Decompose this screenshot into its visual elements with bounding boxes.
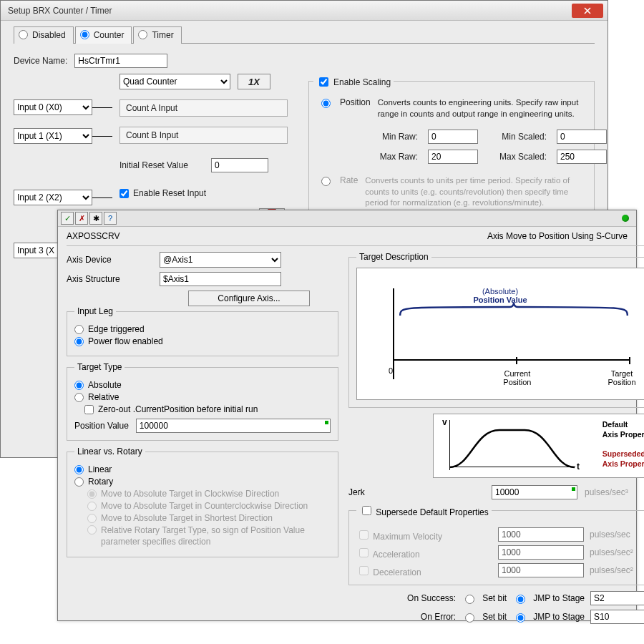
diagram-absolute-label: (Absolute) bbox=[482, 287, 518, 296]
position-value-label: Position Value bbox=[74, 421, 129, 431]
help-button[interactable]: ? bbox=[104, 212, 117, 225]
tab-timer-label: Timer bbox=[152, 30, 173, 40]
relative-radio[interactable] bbox=[74, 393, 84, 402]
s-curve-icon bbox=[449, 426, 575, 469]
tab-disabled-radio[interactable] bbox=[19, 30, 28, 39]
velplot-superseded-1: Superseded bbox=[602, 449, 644, 458]
instruction-subtitle: Axis Move to Position Using S-Curve bbox=[487, 231, 628, 241]
enable-reset-checkbox[interactable] bbox=[119, 189, 129, 198]
axis-structure-field bbox=[160, 272, 281, 286]
max-raw-label: Max Raw: bbox=[366, 152, 418, 162]
scaling-rate-label: Rate bbox=[340, 175, 358, 185]
edge-triggered-radio[interactable] bbox=[74, 325, 84, 334]
ok-button[interactable]: ✓ bbox=[61, 212, 74, 225]
error-jmp-label: JMP to Stage bbox=[533, 612, 585, 622]
rotary-cw-radio bbox=[87, 489, 97, 499]
success-jmp-label: JMP to Stage bbox=[533, 593, 585, 603]
rotary-radio[interactable] bbox=[74, 477, 84, 487]
absolute-radio[interactable] bbox=[74, 381, 84, 390]
device-name-input[interactable] bbox=[74, 54, 167, 68]
initial-reset-label: Initial Reset Value bbox=[119, 160, 204, 170]
max-raw-input[interactable] bbox=[428, 150, 478, 164]
axis-device-label: Axis Device bbox=[67, 255, 152, 265]
title-bar: Setup BRX Counter / Timer bbox=[1, 1, 608, 21]
dec-checkbox bbox=[359, 566, 369, 575]
input2-select[interactable]: Input 2 (X2) bbox=[14, 190, 92, 205]
window-title: Setup BRX Counter / Timer bbox=[8, 6, 112, 16]
tab-timer[interactable]: Timer bbox=[133, 26, 181, 44]
jerk-label: Jerk bbox=[348, 487, 484, 497]
target-description-group: Target Description (Absolute) Position V… bbox=[348, 252, 644, 408]
error-stage-input[interactable] bbox=[590, 610, 644, 624]
maxv-label: Maximum Velocity bbox=[373, 532, 442, 542]
on-success-label: On Success: bbox=[394, 593, 456, 603]
error-jmp-radio[interactable] bbox=[516, 613, 525, 623]
mode-tabs: Disabled Counter Timer bbox=[14, 26, 595, 44]
scaling-rate-radio[interactable] bbox=[321, 177, 331, 186]
max-scaled-label: Max Scaled: bbox=[488, 152, 547, 162]
input0-select[interactable]: Input 0 (X0) bbox=[14, 99, 92, 115]
rotary-label: Rotary bbox=[88, 477, 113, 487]
acc-label: Acceleration bbox=[373, 550, 420, 560]
success-jmp-radio[interactable] bbox=[516, 595, 525, 604]
edge-triggered-label: Edge triggered bbox=[88, 324, 145, 334]
tab-counter-radio[interactable] bbox=[80, 30, 89, 39]
target-description-legend: Target Description bbox=[356, 252, 431, 262]
power-flow-radio[interactable] bbox=[74, 337, 84, 346]
input-leg-legend: Input Leg bbox=[74, 306, 116, 316]
function-select[interactable]: Quad Counter bbox=[119, 74, 230, 89]
status-light-icon bbox=[622, 215, 629, 222]
close-icon bbox=[584, 7, 591, 14]
count-b-label: Count B Input bbox=[119, 127, 288, 144]
velplot-default-2: Axis Property bbox=[602, 430, 644, 439]
rotary-ccw-radio bbox=[87, 502, 97, 511]
supersede-checkbox[interactable] bbox=[362, 506, 371, 515]
close-button[interactable] bbox=[572, 4, 603, 18]
maxv-checkbox bbox=[359, 530, 369, 540]
device-name-label: Device Name: bbox=[14, 56, 67, 66]
success-setbit-radio[interactable] bbox=[465, 595, 474, 604]
min-raw-input[interactable] bbox=[428, 130, 478, 144]
multiplier-1x-button[interactable]: 1X bbox=[238, 74, 270, 89]
instruction-name: AXPOSSCRV bbox=[67, 231, 119, 241]
jerk-input[interactable] bbox=[492, 485, 577, 499]
axposscrv-dialog: ✓ ✗ ✱ ? AXPOSSCRV Axis Move to Position … bbox=[57, 210, 637, 621]
count-a-label: Count A Input bbox=[119, 99, 288, 117]
error-setbit-radio[interactable] bbox=[465, 613, 474, 623]
enable-scaling-checkbox[interactable] bbox=[319, 77, 328, 87]
velplot-t-label: t bbox=[577, 462, 580, 472]
input1-select[interactable]: Input 1 (X1) bbox=[14, 128, 92, 144]
dialog-toolbar: ✓ ✗ ✱ ? bbox=[58, 210, 636, 227]
dec-units: pulses/sec² bbox=[590, 565, 644, 575]
settings-button[interactable]: ✱ bbox=[89, 212, 102, 225]
success-setbit-label: Set bit bbox=[482, 593, 507, 603]
tab-timer-radio[interactable] bbox=[138, 30, 147, 39]
tab-disabled[interactable]: Disabled bbox=[14, 26, 74, 44]
configure-axis-button[interactable]: Configure Axis... bbox=[188, 291, 310, 306]
zero-out-checkbox[interactable] bbox=[84, 405, 94, 414]
success-stage-input[interactable] bbox=[590, 591, 644, 605]
rotary-relative-radio bbox=[87, 525, 97, 535]
tab-counter[interactable]: Counter bbox=[75, 26, 132, 44]
min-scaled-input[interactable] bbox=[557, 130, 607, 144]
scaling-position-radio[interactable] bbox=[321, 99, 331, 108]
acc-units: pulses/sec² bbox=[590, 547, 644, 557]
scaling-position-label: Position bbox=[340, 97, 371, 107]
initial-reset-input[interactable] bbox=[211, 158, 268, 172]
acc-input bbox=[498, 545, 584, 560]
diagram-target-label-2: Position bbox=[608, 378, 635, 386]
velplot-default-1: Default bbox=[602, 420, 628, 429]
axis-device-select[interactable]: @Axis1 bbox=[160, 252, 281, 268]
rotary-ccw-label: Move to Absolute Target in Counterclockw… bbox=[101, 501, 308, 511]
tab-disabled-label: Disabled bbox=[32, 30, 66, 40]
cancel-button[interactable]: ✗ bbox=[75, 212, 88, 225]
max-scaled-input[interactable] bbox=[557, 150, 607, 164]
maxv-units: pulses/sec bbox=[590, 530, 644, 540]
position-value-input[interactable] bbox=[136, 419, 331, 433]
enable-scaling-label: Enable Scaling bbox=[333, 77, 391, 87]
linear-radio[interactable] bbox=[74, 465, 84, 474]
power-flow-label: Power flow enabled bbox=[88, 336, 163, 346]
diagram-zero-label: 0 bbox=[389, 366, 393, 375]
velplot-v-label: v bbox=[442, 417, 447, 427]
acc-checkbox bbox=[359, 548, 369, 557]
